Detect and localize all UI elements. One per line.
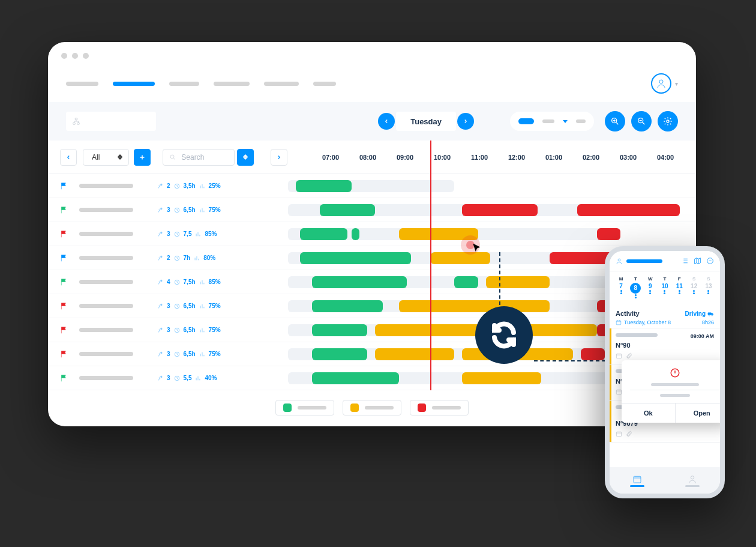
gantt-bar[interactable] (577, 204, 680, 216)
search-sort-button[interactable] (237, 149, 254, 166)
svg-point-7 (170, 155, 174, 159)
minus-circle-icon[interactable] (706, 257, 714, 265)
tools-icon (157, 183, 163, 189)
phone-job-item[interactable]: 09:00 AM N°90 (610, 328, 720, 364)
avatar[interactable] (651, 73, 671, 94)
resource-stats: 2 7h 80% (157, 255, 215, 261)
collapse-left-button[interactable] (60, 149, 77, 166)
gantt-bar[interactable] (300, 252, 411, 264)
gantt-track[interactable] (288, 202, 684, 218)
flag-icon (60, 350, 68, 358)
view-toggle[interactable] (510, 112, 594, 131)
phone-weekday[interactable]: F11 (673, 276, 686, 299)
resource-name (79, 184, 133, 188)
resource-name (79, 208, 133, 212)
phone-weekday[interactable]: T10 (658, 276, 671, 299)
resource-row[interactable]: 4 7,5h 85% (48, 270, 696, 294)
legend-item-red (410, 400, 469, 416)
expand-right-button[interactable] (271, 149, 287, 166)
tools-icon (157, 327, 163, 333)
next-day-button[interactable] (457, 113, 474, 130)
org-selector[interactable] (66, 112, 156, 131)
clock-icon (174, 255, 180, 261)
zoom-out-button[interactable] (631, 111, 652, 131)
gear-icon (663, 116, 673, 126)
gantt-track[interactable] (288, 226, 684, 242)
nav-item[interactable] (66, 82, 98, 86)
popup-ok-button[interactable]: Ok (622, 403, 676, 423)
phone-weekday[interactable]: M7 (614, 276, 628, 299)
resource-stats: 3 6,5h 75% (157, 351, 221, 357)
gantt-bar[interactable] (399, 300, 550, 312)
gantt-bar[interactable] (312, 276, 407, 288)
user-icon (616, 258, 623, 265)
filter-select[interactable]: All (83, 149, 129, 166)
phone-weekday[interactable]: S13 (702, 276, 715, 299)
gantt-bar[interactable] (320, 204, 375, 216)
settings-button[interactable] (658, 111, 678, 131)
prev-day-button[interactable] (378, 113, 395, 130)
clock-icon (174, 375, 180, 381)
gantt-bar[interactable] (312, 300, 383, 312)
resource-row[interactable]: 3 6,5h 75% (48, 318, 696, 342)
gantt-bar[interactable] (550, 252, 613, 264)
gantt-bar[interactable] (312, 324, 367, 336)
chart-icon (195, 375, 201, 381)
gantt-bar[interactable] (312, 348, 367, 360)
nav-item-active[interactable] (113, 82, 155, 86)
gantt-bar[interactable] (597, 228, 621, 240)
phone-mockup: M7T8W9T10F11S12S13 Activity Driving Tues… (605, 246, 725, 498)
zoom-in-button[interactable] (605, 111, 625, 131)
gantt-bar[interactable] (296, 180, 351, 192)
map-icon[interactable] (694, 257, 701, 265)
phone-tab-schedule[interactable] (610, 467, 665, 494)
gantt-bar[interactable] (462, 204, 537, 216)
svg-point-20 (709, 315, 710, 316)
gantt-bar[interactable] (486, 276, 550, 288)
phone-weekday[interactable]: T8 (629, 276, 642, 299)
gantt-bar[interactable] (431, 252, 490, 264)
resource-row[interactable]: 2 3,5h 25% (48, 174, 696, 198)
gantt-bar[interactable] (352, 228, 359, 240)
gantt-bar[interactable] (462, 372, 541, 384)
phone-weekday[interactable]: S12 (688, 276, 701, 299)
resource-name (79, 232, 133, 236)
resource-stats: 3 6,5h 75% (157, 303, 221, 309)
chevron-down-icon[interactable]: ▾ (675, 80, 678, 87)
cursor-icon (472, 243, 482, 253)
phone-weekday[interactable]: W9 (644, 276, 657, 299)
nav-item[interactable] (313, 82, 336, 86)
resource-row[interactable]: 2 7h 80% (48, 246, 696, 270)
resource-row[interactable]: 3 5,5 40% (48, 366, 696, 390)
chart-icon (199, 183, 205, 189)
gantt-bar[interactable] (300, 228, 347, 240)
chart-icon (194, 255, 200, 261)
gantt-bar[interactable] (375, 348, 454, 360)
resource-row[interactable]: 3 6,5h 75% (48, 342, 696, 366)
timeline-tick: 07:00 (312, 154, 349, 161)
resource-stats: 3 6,5h 75% (157, 207, 221, 213)
timeline-header: 07:0008:0009:0010:0011:0012:0001:0002:00… (312, 154, 684, 161)
resource-row[interactable]: 3 6,5h 75% (48, 294, 696, 318)
day-label[interactable]: Tuesday (396, 112, 456, 131)
resource-row[interactable]: 3 7,5 85% (48, 222, 696, 246)
calendar-icon (616, 431, 622, 437)
gantt-track[interactable] (288, 178, 684, 194)
phone-week-picker[interactable]: M7T8W9T10F11S12S13 (610, 271, 720, 306)
flag-icon (60, 302, 68, 310)
gantt-bar[interactable] (454, 276, 478, 288)
search-input[interactable]: Search (163, 149, 235, 166)
popup-open-button[interactable]: Open (676, 403, 725, 423)
resource-row[interactable]: 3 6,5h 75% (48, 198, 696, 222)
list-icon[interactable] (681, 257, 689, 265)
clock-icon (174, 303, 180, 309)
phone-tab-profile[interactable] (665, 467, 720, 494)
nav-item[interactable] (214, 82, 250, 86)
gantt-bar[interactable] (581, 348, 605, 360)
nav-item[interactable] (169, 82, 199, 86)
tools-icon (157, 375, 163, 381)
add-button[interactable] (134, 149, 151, 166)
now-indicator (430, 141, 431, 390)
nav-item[interactable] (264, 82, 299, 86)
gantt-bar[interactable] (312, 372, 399, 384)
